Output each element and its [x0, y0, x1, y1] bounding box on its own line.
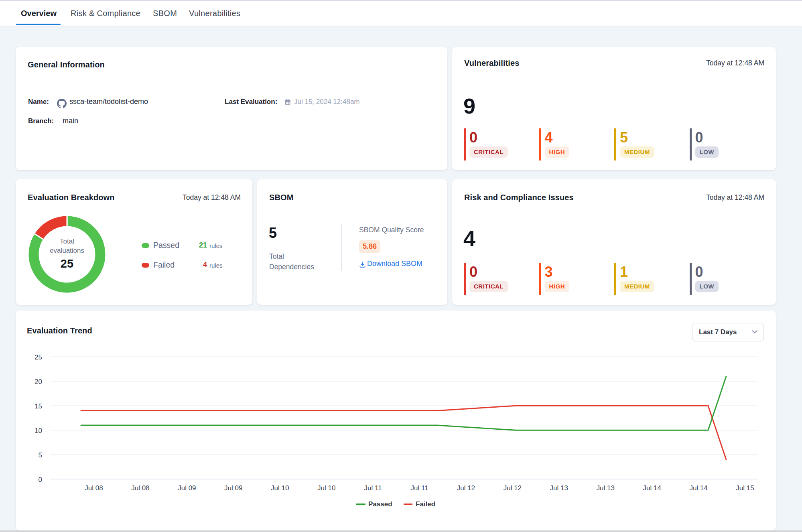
svg-text:Jul 13: Jul 13: [550, 484, 568, 492]
svg-text:25: 25: [35, 353, 42, 361]
svg-text:Jul 10: Jul 10: [317, 484, 335, 492]
svg-text:Jul 09: Jul 09: [178, 484, 196, 492]
svg-text:5: 5: [39, 451, 42, 459]
svg-text:Jul 14: Jul 14: [689, 484, 707, 492]
svg-text:Jul 13: Jul 13: [597, 484, 615, 492]
svg-text:15: 15: [35, 402, 42, 410]
svg-text:Jul 12: Jul 12: [504, 484, 522, 492]
svg-text:Jul 08: Jul 08: [85, 484, 103, 492]
svg-text:Jul 10: Jul 10: [271, 484, 289, 492]
svg-text:10: 10: [35, 427, 42, 435]
svg-text:0: 0: [39, 476, 42, 483]
svg-text:Failed: Failed: [416, 500, 435, 508]
svg-text:20: 20: [35, 378, 42, 386]
svg-text:Jul 09: Jul 09: [224, 484, 242, 492]
svg-text:Jul 14: Jul 14: [643, 484, 661, 492]
svg-text:Passed: Passed: [368, 500, 392, 508]
svg-text:Jul 12: Jul 12: [457, 484, 475, 492]
svg-text:Jul 15: Jul 15: [736, 484, 754, 492]
svg-text:Jul 11: Jul 11: [410, 484, 428, 492]
svg-text:Jul 11: Jul 11: [364, 484, 382, 492]
svg-text:Jul 08: Jul 08: [131, 484, 149, 492]
